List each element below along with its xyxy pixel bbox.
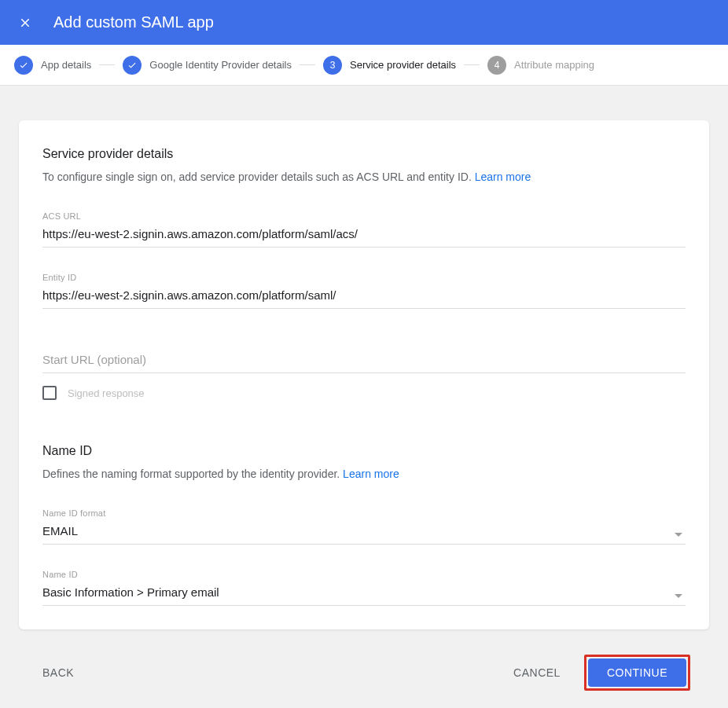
learn-more-link[interactable]: Learn more bbox=[343, 468, 399, 480]
start-url-input[interactable] bbox=[42, 350, 686, 373]
section-title-service-provider: Service provider details bbox=[42, 147, 686, 161]
acs-url-label: ACS URL bbox=[42, 211, 686, 221]
step-divider bbox=[300, 64, 315, 65]
acs-url-input[interactable] bbox=[42, 224, 686, 248]
step-label: Service provider details bbox=[350, 59, 456, 71]
step-divider bbox=[464, 64, 480, 65]
close-button[interactable] bbox=[16, 13, 35, 32]
step-label: App details bbox=[41, 59, 91, 71]
name-id-select[interactable]: Basic Information > Primary email bbox=[42, 582, 686, 606]
step-number: 4 bbox=[487, 56, 506, 75]
step-app-details[interactable]: App details bbox=[14, 56, 91, 75]
section-description: To configure single sign on, add service… bbox=[42, 171, 686, 183]
cancel-button[interactable]: CANCEL bbox=[509, 660, 565, 685]
close-icon bbox=[18, 16, 32, 30]
check-icon bbox=[123, 56, 142, 75]
form-card: Service provider details To configure si… bbox=[19, 120, 709, 629]
step-identity-provider[interactable]: Google Identity Provider details bbox=[123, 56, 292, 75]
step-label: Attribute mapping bbox=[514, 59, 594, 71]
main-content: Service provider details To configure si… bbox=[0, 86, 728, 708]
entity-id-input[interactable] bbox=[42, 285, 686, 309]
step-number: 3 bbox=[323, 56, 342, 75]
description-text: To configure single sign on, add service… bbox=[42, 171, 475, 183]
name-id-format-label: Name ID format bbox=[42, 508, 686, 518]
stepper: App details Google Identity Provider det… bbox=[0, 45, 728, 86]
continue-button[interactable]: CONTINUE bbox=[588, 658, 686, 687]
entity-id-label: Entity ID bbox=[42, 273, 686, 282]
section-description-name-id: Defines the naming format supported by t… bbox=[42, 468, 686, 480]
check-icon bbox=[14, 56, 33, 75]
step-label: Google Identity Provider details bbox=[149, 59, 292, 71]
description-text: Defines the naming format supported by t… bbox=[42, 468, 343, 480]
signed-response-label: Signed response bbox=[68, 387, 145, 399]
section-title-name-id: Name ID bbox=[42, 444, 686, 458]
name-id-format-group: Name ID format EMAIL bbox=[42, 508, 686, 545]
signed-response-checkbox[interactable] bbox=[42, 386, 57, 400]
continue-highlight: CONTINUE bbox=[584, 655, 690, 691]
footer-buttons: BACK CANCEL CONTINUE bbox=[19, 629, 709, 708]
step-service-provider[interactable]: 3 Service provider details bbox=[323, 56, 456, 75]
name-id-format-select[interactable]: EMAIL bbox=[42, 521, 686, 545]
step-attribute-mapping[interactable]: 4 Attribute mapping bbox=[487, 56, 594, 75]
step-divider bbox=[99, 64, 115, 65]
name-id-section: Name ID Defines the naming format suppor… bbox=[42, 444, 686, 606]
footer-right: CANCEL CONTINUE bbox=[509, 655, 690, 691]
signed-response-row: Signed response bbox=[42, 386, 686, 400]
start-url-field-group bbox=[42, 350, 686, 373]
header-title: Add custom SAML app bbox=[53, 13, 214, 31]
learn-more-link[interactable]: Learn more bbox=[475, 171, 531, 183]
back-button[interactable]: BACK bbox=[38, 660, 79, 685]
name-id-label: Name ID bbox=[42, 570, 686, 579]
name-id-field-group: Name ID Basic Information > Primary emai… bbox=[42, 570, 686, 606]
entity-id-field-group: Entity ID bbox=[42, 273, 686, 309]
header-bar: Add custom SAML app bbox=[0, 0, 728, 45]
acs-url-field-group: ACS URL bbox=[42, 211, 686, 248]
